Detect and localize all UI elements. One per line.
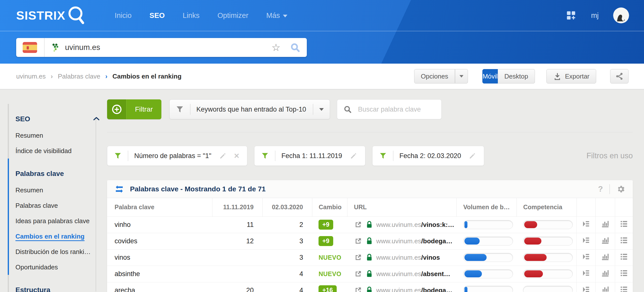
nav-item-inicio[interactable]: Inicio bbox=[115, 11, 132, 20]
nav-item-seo[interactable]: SEO bbox=[150, 11, 164, 20]
share-button[interactable] bbox=[610, 69, 628, 84]
serp-button[interactable] bbox=[576, 216, 596, 233]
breadcrumb-link[interactable]: Palabras clave bbox=[58, 73, 100, 80]
desktop-toggle-button[interactable]: Desktop bbox=[498, 69, 535, 84]
help-icon[interactable]: ? bbox=[598, 184, 603, 194]
domain-search-box[interactable]: uvinum.es ☆ bbox=[16, 38, 307, 57]
edit-filter-icon[interactable] bbox=[350, 152, 358, 160]
list-button[interactable] bbox=[615, 249, 633, 266]
table-row: arecha204+16www.uvinum.es/bodega… bbox=[107, 282, 633, 292]
search-volume-meter bbox=[463, 253, 513, 262]
change-cell: +16 bbox=[312, 282, 347, 292]
url-cell: www.uvinum.es/bodega… bbox=[348, 233, 457, 249]
sidebar-section-estructura[interactable]: Estructura bbox=[8, 281, 104, 292]
url-cell: www.uvinum.es/absent… bbox=[348, 266, 457, 282]
sidebar-item-distribuci-n-de-los-ranki-[interactable]: Distribución de los ranki… bbox=[8, 244, 104, 260]
nav-item-optimizer[interactable]: Optimizer bbox=[218, 11, 248, 20]
remove-filter-icon[interactable]: ✕ bbox=[234, 152, 240, 160]
sidebar-item-ideas-para-palabras-clave[interactable]: Ideas para palabras clave bbox=[8, 213, 104, 229]
search-volume-meter-cell bbox=[457, 282, 517, 292]
filters-in-use-label: Filtros en uso bbox=[586, 151, 633, 160]
sidebar-item-cambios-en-el-ranking[interactable]: Cambios en el ranking bbox=[8, 229, 104, 244]
external-link-icon[interactable] bbox=[354, 286, 362, 292]
sidebar-section-seo[interactable]: SEO bbox=[8, 110, 104, 128]
mobile-toggle-button[interactable]: Móvil bbox=[482, 69, 498, 84]
gear-icon[interactable] bbox=[616, 185, 625, 194]
chart-button[interactable] bbox=[596, 249, 615, 266]
edit-filter-icon[interactable] bbox=[219, 152, 227, 160]
change-cell: +9 bbox=[312, 216, 347, 233]
chart-button[interactable] bbox=[596, 233, 615, 249]
column-header-3[interactable]: Cambio bbox=[312, 198, 347, 216]
funnel-icon bbox=[261, 152, 269, 160]
external-link-icon[interactable] bbox=[354, 253, 362, 262]
country-flag-spain-icon[interactable] bbox=[23, 42, 37, 53]
url-link[interactable]: www.uvinum.es/absent… bbox=[376, 270, 450, 278]
sistrix-logo[interactable]: SISTRIX bbox=[16, 6, 85, 25]
rank-cell-date2: 4 bbox=[263, 266, 312, 282]
breadcrumb-link[interactable]: uvinum.es bbox=[16, 73, 46, 80]
history-chart-icon bbox=[600, 236, 610, 245]
list-button[interactable] bbox=[615, 233, 633, 249]
export-button[interactable]: Exportar bbox=[546, 69, 596, 84]
sidebar-item--ndice-de-visibilidad[interactable]: Índice de visibilidad bbox=[8, 143, 104, 158]
column-header-4[interactable]: URL bbox=[348, 198, 457, 216]
sidebar-item-resumen[interactable]: Resumen bbox=[8, 182, 104, 198]
table-row: vinho112+9www.uvinum.es/vinos:k:… bbox=[107, 216, 633, 233]
apps-grid-icon[interactable] bbox=[566, 10, 576, 21]
column-header-2[interactable]: 02.03.2020 bbox=[263, 198, 312, 216]
column-header-5[interactable]: Volumen de b… bbox=[457, 198, 517, 216]
list-button[interactable] bbox=[615, 266, 633, 282]
serp-button[interactable] bbox=[576, 233, 596, 249]
filter-chip-label: Número de palabras = "1" bbox=[134, 152, 212, 160]
chevron-up-icon[interactable] bbox=[93, 116, 100, 122]
keyword-cell: vinos bbox=[107, 249, 212, 266]
chart-button[interactable] bbox=[596, 282, 615, 292]
nav-item-m-s[interactable]: Más bbox=[266, 11, 288, 20]
table-row: vinos3NUEVOwww.uvinum.es/vinos bbox=[107, 249, 633, 266]
edit-filter-icon[interactable] bbox=[468, 152, 476, 160]
chart-button[interactable] bbox=[596, 216, 615, 233]
options-dropdown-toggle[interactable] bbox=[455, 69, 468, 84]
list-button[interactable] bbox=[615, 216, 633, 233]
competition-meter-cell bbox=[516, 266, 576, 282]
favorite-star-icon[interactable]: ☆ bbox=[272, 42, 280, 52]
column-header-0[interactable]: Palabra clave bbox=[107, 198, 212, 216]
sidebar-item-palabras-clave[interactable]: Palabras clave bbox=[8, 198, 104, 213]
search-submit-icon[interactable] bbox=[290, 42, 300, 53]
user-initials[interactable]: mj bbox=[591, 11, 599, 20]
column-header-6[interactable]: Competencia bbox=[516, 198, 576, 216]
competition-meter bbox=[523, 220, 573, 229]
competition-meter bbox=[523, 286, 573, 292]
search-volume-meter-cell bbox=[457, 233, 517, 249]
competition-meter-cell bbox=[516, 249, 576, 266]
column-header-1[interactable]: 11.11.2019 bbox=[212, 198, 263, 216]
external-link-icon[interactable] bbox=[354, 237, 362, 245]
add-filter-button[interactable]: Filtrar bbox=[107, 99, 161, 119]
sidebar-scrollbar[interactable] bbox=[96, 119, 96, 292]
sidebar-item-resumen[interactable]: Resumen bbox=[8, 128, 104, 143]
mobile-label: Móvil bbox=[483, 73, 498, 80]
swap-arrows-icon[interactable] bbox=[114, 185, 124, 193]
external-link-icon[interactable] bbox=[354, 220, 362, 229]
serp-button[interactable] bbox=[576, 249, 596, 266]
saved-filter-dropdown[interactable]: Keywords que han entrado al Top-10 bbox=[169, 99, 330, 119]
url-link[interactable]: www.uvinum.es/bodega… bbox=[376, 287, 452, 292]
nav-item-links[interactable]: Links bbox=[183, 11, 200, 20]
chart-button[interactable] bbox=[596, 266, 615, 282]
keyword-cell: covides bbox=[107, 233, 212, 249]
domain-input[interactable]: uvinum.es bbox=[65, 43, 272, 52]
url-link[interactable]: www.uvinum.es/bodega… bbox=[376, 237, 452, 245]
sidebar-section-palabras-clave[interactable]: Palabras clave bbox=[8, 165, 104, 182]
external-link-icon[interactable] bbox=[354, 270, 362, 278]
options-button[interactable]: Opciones bbox=[414, 69, 455, 84]
list-button[interactable] bbox=[615, 282, 633, 292]
keyword-cell: absinthe bbox=[107, 266, 212, 282]
url-link[interactable]: www.uvinum.es/vinos:k:… bbox=[376, 221, 454, 229]
url-link[interactable]: www.uvinum.es/vinos bbox=[376, 254, 440, 262]
serp-button[interactable] bbox=[576, 282, 596, 292]
sidebar-item-oportunidades[interactable]: Oportunidades bbox=[8, 260, 104, 275]
avatar[interactable] bbox=[613, 7, 629, 23]
serp-button[interactable] bbox=[576, 266, 596, 282]
keyword-search-input[interactable] bbox=[358, 106, 433, 113]
